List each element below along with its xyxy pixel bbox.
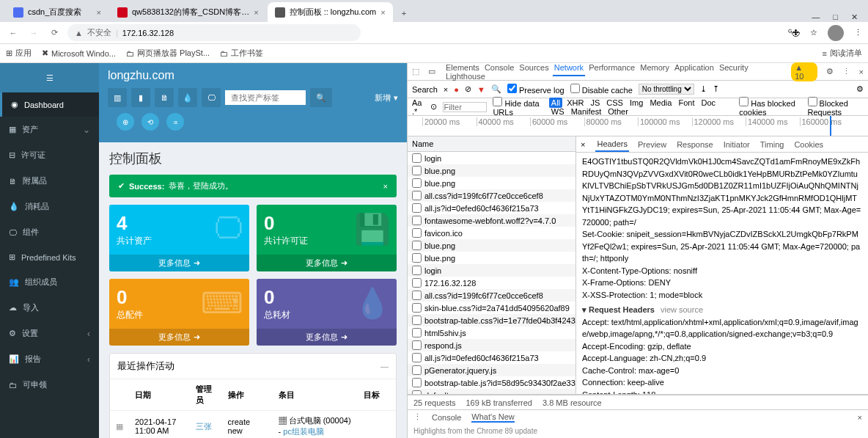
request-checkbox[interactable] xyxy=(412,365,422,375)
request-checkbox[interactable] xyxy=(412,241,422,250)
card-more-link[interactable]: 更多信息 ➜ xyxy=(257,255,397,271)
request-checkbox[interactable] xyxy=(412,178,422,188)
tool-list-icon[interactable]: ▥ xyxy=(108,88,127,107)
request-checkbox[interactable] xyxy=(412,191,422,200)
close-icon[interactable]: × xyxy=(97,8,101,17)
type-filter-Other[interactable]: Other xyxy=(606,106,630,117)
request-checkbox[interactable] xyxy=(412,353,422,362)
menu-icon[interactable]: ⋮ xyxy=(854,28,862,37)
close-window-icon[interactable]: ✕ xyxy=(851,12,858,22)
search-close-icon[interactable]: × xyxy=(444,85,448,94)
filter-input[interactable] xyxy=(443,102,487,112)
request-checkbox[interactable] xyxy=(412,253,422,263)
browser-tab-0[interactable]: csdn_百度搜索× xyxy=(6,2,108,22)
sidebar-item-组件[interactable]: 🖵组件 xyxy=(0,219,99,245)
bookmark-work[interactable]: 🗀 工作书签 xyxy=(220,48,263,59)
detail-tab-Preview[interactable]: Preview xyxy=(636,138,668,151)
devtools-tab-Performance[interactable]: Performance xyxy=(587,60,636,75)
alert-close-icon[interactable]: × xyxy=(383,182,388,191)
request-checkbox[interactable] xyxy=(412,166,422,175)
sidebar-item-许可证[interactable]: ⊟许可证 xyxy=(0,142,99,168)
close-detail-icon[interactable]: × xyxy=(581,140,585,149)
filter-toggle-icon[interactable]: ▼ xyxy=(477,85,485,94)
devtools-tab-Application[interactable]: Application xyxy=(673,60,716,75)
request-checkbox[interactable] xyxy=(412,303,422,313)
card-more-link[interactable]: 更多信息 ➜ xyxy=(109,329,249,346)
devtools-tab-Console[interactable]: Console xyxy=(483,60,515,75)
record-icon[interactable]: ● xyxy=(454,85,459,94)
tool-drop-icon[interactable]: 💧 xyxy=(178,88,197,107)
devtools-tab-Network[interactable]: Network xyxy=(553,60,585,76)
sub-share-icon[interactable]: ∝ xyxy=(166,113,184,131)
request-row[interactable]: pGenerator.jquery.js xyxy=(408,364,575,376)
inspect-icon[interactable]: ⬚ xyxy=(412,67,419,76)
blocked-cookies-cb[interactable]: Has blocked cookies xyxy=(739,97,801,117)
type-filter-Doc[interactable]: Doc xyxy=(699,98,718,108)
drawer-menu-icon[interactable]: ⋮ xyxy=(413,412,422,422)
drawer-close-icon[interactable]: × xyxy=(858,413,862,422)
apps-bookmark[interactable]: ⊞ 应用 xyxy=(6,48,32,59)
maximize-icon[interactable]: □ xyxy=(833,12,838,22)
request-row[interactable]: blue.png xyxy=(408,177,575,189)
request-row[interactable]: favicon.ico xyxy=(408,227,575,239)
request-checkbox[interactable] xyxy=(412,315,422,325)
warnings-badge[interactable]: ▲ 10 xyxy=(791,62,817,81)
devtools-tab-Sources[interactable]: Sources xyxy=(518,60,550,75)
view-source-link[interactable]: view source xyxy=(661,305,703,314)
bookmark-ms[interactable]: ✖ Microsoft Windo... xyxy=(42,48,116,58)
devtools-tab-Memory[interactable]: Memory xyxy=(639,60,671,75)
bookmark-icon[interactable]: ☆ xyxy=(810,28,817,37)
request-checkbox[interactable] xyxy=(412,216,422,225)
request-row[interactable]: bootstrap-table.css?id=1e77fde04b3f42432… xyxy=(408,314,575,326)
request-checkbox[interactable] xyxy=(412,328,422,337)
request-checkbox[interactable] xyxy=(412,228,422,238)
clear-icon[interactable]: ⊘ xyxy=(465,84,471,94)
request-row[interactable]: all.js?id=0efed60cf4636f215a73 xyxy=(408,202,575,214)
gear-icon[interactable]: ⚙ xyxy=(856,84,864,94)
request-checkbox[interactable] xyxy=(412,266,422,275)
request-checkbox[interactable] xyxy=(412,278,422,288)
forward-icon[interactable]: → xyxy=(26,29,41,37)
translate-icon[interactable]: ᴳ🕁 xyxy=(788,28,800,37)
sidebar-item-报告[interactable]: 📊报告 xyxy=(0,346,99,372)
request-row[interactable]: blue.png xyxy=(408,239,575,252)
search-button[interactable]: 🔍 xyxy=(310,88,332,107)
card-more-link[interactable]: 更多信息 ➜ xyxy=(257,329,397,346)
reading-list[interactable]: ≡ 阅读清单 xyxy=(823,48,862,59)
console-drawer-tab[interactable]: Console xyxy=(432,413,461,422)
admin-link[interactable]: 三张 xyxy=(196,422,212,431)
sidebar-toggle[interactable]: ☰ xyxy=(0,63,99,92)
reload-icon[interactable]: ⟳ xyxy=(47,28,62,37)
browser-tab-1[interactable]: qw5838132的博客_CSDN博客…× xyxy=(110,2,266,22)
request-row[interactable]: all.js?id=0efed60cf4636f215a73 xyxy=(408,351,575,364)
tool-card-icon[interactable]: 🗎 xyxy=(155,88,174,107)
sidebar-item-设置[interactable]: ⚙设置 xyxy=(0,321,99,346)
wifi-icon[interactable]: ⤓ xyxy=(700,84,707,94)
filter-coll-icon[interactable]: ⊙ xyxy=(430,102,437,112)
request-row[interactable]: blue.png xyxy=(408,164,575,177)
sidebar-item-Predefined Kits[interactable]: ⊞Predefined Kits xyxy=(0,245,99,269)
devtools-close-icon[interactable]: × xyxy=(859,67,864,76)
request-row[interactable]: blue.png xyxy=(408,252,575,264)
request-row[interactable]: all.css?id=199fc6f77ce0cce6cef8 xyxy=(408,189,575,202)
upload-icon[interactable]: ⤒ xyxy=(713,84,719,94)
whatsnew-tab[interactable]: What's New xyxy=(471,412,514,423)
request-row[interactable]: skin-blue.css?id=2a741dd54095620af89 xyxy=(408,302,575,314)
detail-tab-Response[interactable]: Response xyxy=(675,138,715,151)
item-link[interactable]: pc组装电脑 xyxy=(283,427,324,436)
type-filter-Manifest[interactable]: Manifest xyxy=(569,106,604,117)
minimize-icon[interactable]: — xyxy=(812,12,820,22)
request-headers-title[interactable]: Request Headers xyxy=(589,305,655,314)
sub-refresh-icon[interactable]: ⟲ xyxy=(141,113,159,131)
type-filter-Font[interactable]: Font xyxy=(676,98,696,108)
sidebar-item-导入[interactable]: ☁导入 xyxy=(0,295,99,321)
request-checkbox[interactable] xyxy=(412,390,422,394)
tool-barcode-icon[interactable]: ▮ xyxy=(131,88,150,107)
close-icon[interactable]: × xyxy=(380,8,385,17)
device-icon[interactable]: ▭ xyxy=(428,67,435,76)
name-column-header[interactable]: Name xyxy=(408,136,575,152)
devtools-menu-icon[interactable]: ⋮ xyxy=(842,67,850,76)
sidebar-item-Dashboard[interactable]: ◉Dashboard xyxy=(0,92,99,117)
sub-global-icon[interactable]: ⊕ xyxy=(117,113,134,131)
request-row[interactable]: respond.js xyxy=(408,339,575,351)
